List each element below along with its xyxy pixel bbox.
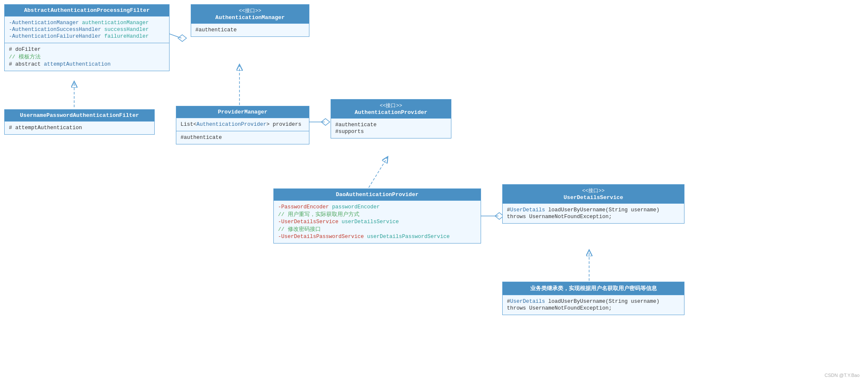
field-1: -AuthenticationManager authenticationMan…: [9, 20, 165, 26]
field-2: -AuthenticationSuccessHandler successHan…: [9, 27, 165, 33]
auth-provider-name: AuthenticationProvider: [335, 109, 447, 116]
user-details-service-methods: #UserDetails loadUserByUsername(String u…: [503, 203, 684, 223]
business-class-methods: #UserDetails loadUserByUsername(String u…: [503, 295, 684, 315]
svg-line-6: [369, 157, 388, 188]
username-filter-name: UsernamePasswordAuthenticationFilter: [9, 112, 150, 119]
dao-auth-name: DaoAuthenticationProvider: [278, 191, 476, 198]
auth-manager-box: <<接口>> AuthenticationManager #authentica…: [191, 4, 309, 37]
auth-manager-methods: #authenticate: [191, 23, 309, 36]
provider-manager-fields: List<AuthenticationProvider> providers: [176, 118, 309, 131]
method-doFilter: # doFilter: [9, 47, 165, 53]
business-class-box: 业务类继承类，实现根据用户名获取用户密码等信息 #UserDetails loa…: [502, 282, 684, 315]
dao-auth-header: DaoAuthenticationProvider: [274, 189, 481, 200]
method-throws-1: throws UsernameNotFoundException;: [507, 214, 680, 220]
abstract-filter-box: AbstractAuthenticationProcessingFilter -…: [4, 4, 170, 71]
business-class-header: 业务类继承类，实现根据用户名获取用户密码等信息: [503, 282, 684, 295]
provider-manager-methods: #authenticate: [176, 131, 309, 144]
abstract-filter-name: AbstractAuthenticationProcessingFilter: [9, 7, 165, 14]
method-comment1: // 模板方法: [9, 53, 165, 61]
abstract-filter-fields: -AuthenticationManager authenticationMan…: [5, 16, 169, 43]
username-filter-methods: # attemptAuthentication: [5, 121, 154, 134]
method-throws-bc: throws UsernameNotFoundException;: [507, 305, 680, 311]
abstract-filter-methods: # doFilter // 模板方法 # abstract attemptAut…: [5, 43, 169, 71]
method-attempt: # abstract attemptAuthentication: [9, 61, 165, 67]
auth-manager-header: <<接口>> AuthenticationManager: [191, 5, 309, 23]
abstract-filter-header: AbstractAuthenticationProcessingFilter: [5, 5, 169, 16]
user-details-service-box: <<接口>> UserDetailsService #UserDetails l…: [502, 184, 684, 224]
username-filter-box: UsernamePasswordAuthenticationFilter # a…: [4, 109, 155, 135]
auth-manager-name: AuthenticationManager: [195, 14, 305, 21]
auth-provider-methods: #authenticate #supports: [331, 118, 451, 138]
svg-marker-1: [178, 35, 186, 42]
dao-comment-2: // 修改密码接口: [278, 226, 476, 233]
method-authenticate-ap: #authenticate: [335, 122, 447, 128]
auth-manager-stereotype: <<接口>>: [195, 7, 305, 14]
diagram-container: AbstractAuthenticationProcessingFilter -…: [0, 0, 868, 382]
provider-manager-header: ProviderManager: [176, 106, 309, 118]
dao-field-3: -UserDetailsPasswordService userDetailsP…: [278, 234, 476, 240]
username-filter-header: UsernamePasswordAuthenticationFilter: [5, 110, 154, 121]
auth-provider-stereotype: <<接口>>: [335, 102, 447, 109]
watermark: CSDN @T.Y.Bao: [825, 373, 860, 378]
method-supports: #supports: [335, 129, 447, 135]
provider-field-1: List<AuthenticationProvider> providers: [181, 122, 305, 127]
svg-line-0: [170, 34, 181, 38]
dao-field-1: -PasswordEncoder passwordEncoder: [278, 204, 476, 210]
method-authenticate-mgr: #authenticate: [195, 27, 305, 33]
field-3: -AuthenticationFailureHandler failureHan…: [9, 33, 165, 39]
user-details-stereotype: <<接口>>: [507, 187, 680, 194]
dao-auth-box: DaoAuthenticationProvider -PasswordEncod…: [273, 188, 481, 244]
dao-auth-fields: -PasswordEncoder passwordEncoder // 用户重写…: [274, 200, 481, 243]
user-details-service-header: <<接口>> UserDetailsService: [503, 185, 684, 203]
dao-comment-1: // 用户重写，实际获取用户方式: [278, 211, 476, 218]
svg-marker-5: [321, 119, 330, 125]
provider-manager-name: ProviderManager: [181, 109, 305, 115]
business-class-desc: 业务类继承类，实现根据用户名获取用户密码等信息: [507, 285, 680, 292]
provider-manager-box: ProviderManager List<AuthenticationProvi…: [176, 106, 309, 144]
method-attempt-auth: # attemptAuthentication: [9, 125, 150, 131]
auth-provider-box: <<接口>> AuthenticationProvider #authentic…: [331, 99, 451, 138]
auth-provider-header: <<接口>> AuthenticationProvider: [331, 100, 451, 118]
user-details-service-name: UserDetailsService: [507, 194, 680, 201]
method-loaduser-bc: #UserDetails loadUserByUsername(String u…: [507, 299, 680, 304]
dao-field-2: -UserDetailsService userDetailsService: [278, 219, 476, 225]
method-authenticate-pm: #authenticate: [181, 135, 305, 141]
method-loaduser: #UserDetails loadUserByUsername(String u…: [507, 207, 680, 213]
